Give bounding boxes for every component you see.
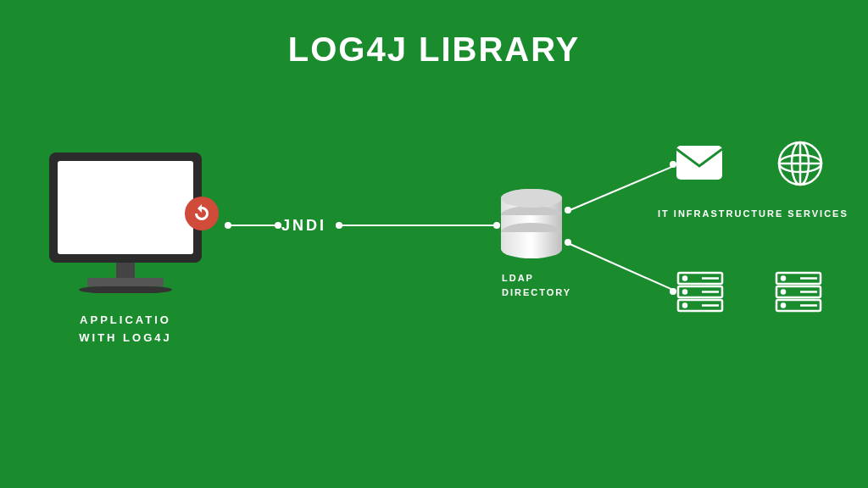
svg-rect-8 — [676, 146, 722, 180]
svg-point-19 — [683, 291, 687, 294]
server-icon — [775, 271, 822, 313]
diagram-stage: APPLICATIOWITH LOG4J JNDI LDAPDIRECTORY — [0, 0, 868, 488]
refresh-icon — [185, 197, 219, 230]
jndi-label: JNDI — [281, 217, 326, 235]
services-label: IT INFRASTRUCTURE SERVICES — [658, 208, 849, 219]
svg-point-28 — [782, 291, 785, 294]
connector-dot — [670, 288, 676, 295]
svg-point-26 — [782, 277, 785, 280]
monitor-icon: APPLICATIOWITH LOG4J — [49, 152, 202, 347]
database-icon — [498, 188, 565, 268]
svg-point-17 — [683, 277, 687, 280]
globe-icon — [776, 140, 824, 187]
mail-icon — [676, 146, 722, 180]
application-label: APPLICATIOWITH LOG4J — [49, 312, 202, 347]
connector-dot — [670, 161, 676, 168]
connector-line — [231, 225, 276, 226]
connector-line — [341, 225, 495, 226]
connector-line — [568, 242, 677, 292]
svg-point-21 — [683, 304, 687, 308]
server-icon — [676, 271, 724, 313]
svg-point-30 — [782, 304, 785, 308]
connector-dot — [275, 222, 281, 229]
svg-point-6 — [501, 240, 562, 258]
connector-line — [568, 165, 675, 212]
database-label: LDAPDIRECTORY — [502, 271, 571, 299]
svg-point-7 — [501, 189, 562, 208]
